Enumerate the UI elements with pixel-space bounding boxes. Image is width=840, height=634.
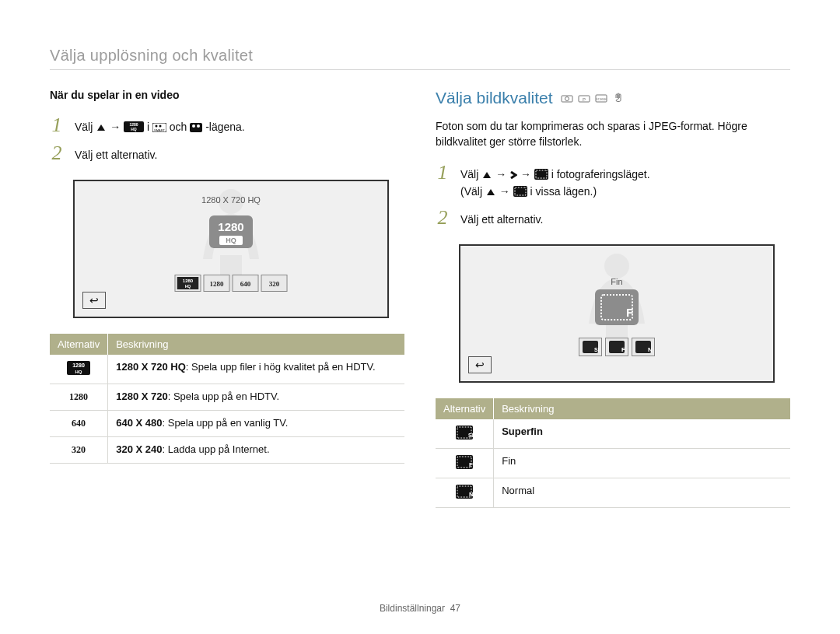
res-320-icon: 320 xyxy=(67,443,90,454)
camera-icon xyxy=(561,93,573,103)
divider xyxy=(50,69,790,70)
quality-icon xyxy=(534,169,548,180)
svg-point-5 xyxy=(155,125,157,128)
svg-rect-8 xyxy=(190,123,202,132)
smart-mode-icon: SMART xyxy=(152,123,166,132)
right-column: Välja bildkvalitet P SCENE Foton som du … xyxy=(436,89,790,508)
quality-n-icon: N xyxy=(456,485,473,499)
back-icon: ↩ xyxy=(89,294,99,306)
quality-n[interactable]: N xyxy=(632,338,655,356)
hand-icon xyxy=(612,93,625,103)
right-steps: 1 Välj → → i fotograferingsläget. (Välj … xyxy=(436,163,790,229)
svg-text:N: N xyxy=(469,491,473,498)
left-steps: 1 Välj → 1280HQ i SMART och xyxy=(50,115,404,164)
quality-sf-icon: SF xyxy=(456,426,473,440)
step-2-text: Välj ett alternativ. xyxy=(460,208,543,228)
svg-text:320: 320 xyxy=(72,444,86,454)
svg-text:F: F xyxy=(469,461,473,468)
opt-640[interactable]: 640 xyxy=(233,275,259,292)
svg-text:320: 320 xyxy=(269,280,280,288)
svg-text:HQ: HQ xyxy=(75,370,82,374)
res-1280-icon: 1280 xyxy=(67,391,90,401)
svg-text:1280: 1280 xyxy=(72,363,85,368)
left-column: När du spelar in en video 1 Välj → 1280H… xyxy=(50,89,404,508)
svg-text:SF: SF xyxy=(594,347,599,352)
screen-label: 1280 X 720 HQ xyxy=(201,195,261,205)
table-row: 320 320 X 240: Ladda upp på Internet. xyxy=(50,436,404,463)
svg-point-10 xyxy=(197,124,200,128)
th-beskrivning: Beskrivning xyxy=(108,334,404,355)
res-1280hq-icon: 1280HQ xyxy=(67,361,90,375)
back-button[interactable]: ↩ xyxy=(468,356,492,373)
back-icon: ↩ xyxy=(475,359,485,371)
svg-text:1280: 1280 xyxy=(210,280,225,288)
table-row: N Normal xyxy=(436,478,790,507)
svg-text:HQ: HQ xyxy=(185,284,191,289)
th-alternativ: Alternativ xyxy=(50,334,108,355)
svg-text:640: 640 xyxy=(240,280,251,288)
page-footer: Bildinställningar 47 xyxy=(0,603,840,614)
step-number: 1 xyxy=(436,163,450,183)
video-mode-icon xyxy=(190,123,202,132)
step-1-text: Välj → → i fotograferingsläget. (Välj → … xyxy=(460,163,650,201)
back-button[interactable]: ↩ xyxy=(82,292,106,309)
svg-text:P: P xyxy=(583,97,586,102)
table-row: 640 640 X 480: Spela upp på en vanlig TV… xyxy=(50,410,404,436)
screen-label: Fin xyxy=(611,277,622,286)
left-subhead: När du spelar in en video xyxy=(50,89,404,101)
left-table: Alternativ Beskrivning 1280HQ 1280 X 720… xyxy=(50,334,404,464)
svg-marker-34 xyxy=(483,172,491,178)
right-screen-mock: Fin F SF F N ↩ xyxy=(459,244,775,383)
res-640-icon: 640 xyxy=(67,417,90,428)
svg-text:SMART: SMART xyxy=(154,128,165,132)
res-1280hq-icon: 1280HQ xyxy=(124,121,144,132)
table-row: SF Superfin xyxy=(436,419,790,449)
quality-icon xyxy=(513,186,527,197)
step-number: 1 xyxy=(50,115,64,135)
table-row: F Fin xyxy=(436,448,790,478)
left-screen-mock: 1280 X 720 HQ 1280 HQ 1280HQ 1280 640 xyxy=(73,180,389,318)
menu-up-icon xyxy=(481,170,492,180)
svg-text:F: F xyxy=(621,346,625,353)
right-table: Alternativ Beskrivning SF Superfin F Fin xyxy=(436,398,790,508)
svg-point-6 xyxy=(159,125,161,128)
intro-paragraph: Foton som du tar komprimeras och sparas … xyxy=(436,118,790,150)
svg-point-40 xyxy=(604,254,629,278)
selected-badge: 1280 HQ xyxy=(209,215,253,248)
quality-f-icon: F xyxy=(456,455,473,469)
menu-up-icon xyxy=(96,123,107,132)
table-row: 1280HQ 1280 X 720 HQ: Spela upp filer i … xyxy=(50,355,404,384)
svg-text:SCENE: SCENE xyxy=(596,97,607,101)
selected-quality-badge: F xyxy=(595,289,639,325)
step-2-text: Välj ett alternativ. xyxy=(75,143,157,163)
svg-text:1280: 1280 xyxy=(69,391,88,401)
svg-text:N: N xyxy=(648,346,652,353)
opt-1280hq[interactable]: 1280HQ xyxy=(175,275,201,292)
th-beskrivning: Beskrivning xyxy=(494,398,790,419)
option-row: 1280HQ 1280 640 320 xyxy=(175,275,288,292)
svg-text:1280: 1280 xyxy=(183,278,194,283)
svg-text:640: 640 xyxy=(72,418,86,428)
svg-text:1280: 1280 xyxy=(218,220,243,233)
svg-text:SF: SF xyxy=(468,433,473,438)
th-alternativ: Alternativ xyxy=(436,398,494,419)
scene-icon: SCENE xyxy=(595,93,607,103)
svg-text:F: F xyxy=(626,306,633,319)
step-1-text: Välj → 1280HQ i SMART och xyxy=(75,115,245,135)
step-number: 2 xyxy=(50,143,64,163)
step-number: 2 xyxy=(436,208,450,228)
svg-text:HQ: HQ xyxy=(226,236,236,244)
quality-sf[interactable]: SF xyxy=(579,338,602,356)
breadcrumb: Välja upplösning och kvalitet xyxy=(50,47,790,65)
table-row: 1280 1280 X 720: Spela upp på en HDTV. xyxy=(50,384,404,410)
svg-marker-0 xyxy=(97,124,105,131)
svg-point-9 xyxy=(192,124,195,128)
quality-f[interactable]: F xyxy=(605,338,628,356)
chevron-right-icon xyxy=(509,170,517,180)
opt-1280[interactable]: 1280 xyxy=(204,275,230,292)
svg-marker-37 xyxy=(487,189,495,195)
opt-320[interactable]: 320 xyxy=(261,275,288,292)
quality-option-row: SF F N xyxy=(579,338,655,356)
section-title: Välja bildkvalitet P SCENE xyxy=(436,89,790,107)
svg-text:HQ: HQ xyxy=(131,127,137,131)
